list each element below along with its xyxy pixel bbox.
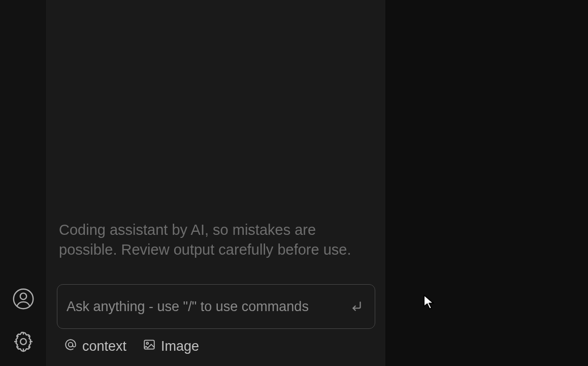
image-button[interactable]: Image (143, 338, 199, 355)
svg-point-5 (146, 342, 148, 344)
chat-panel: Coding assistant by AI, so mistakes are … (47, 0, 386, 366)
context-label: context (82, 339, 126, 354)
image-label: Image (161, 339, 199, 354)
settings-button[interactable] (12, 331, 35, 354)
app-root: Coding assistant by AI, so mistakes are … (0, 0, 588, 366)
account-button[interactable] (12, 289, 35, 311)
svg-point-1 (20, 293, 26, 299)
image-icon (143, 338, 156, 355)
svg-rect-4 (144, 340, 154, 349)
at-icon (64, 338, 77, 355)
sidebar (0, 0, 47, 366)
chat-input-container[interactable] (57, 284, 375, 329)
input-actions: context Image (57, 338, 375, 355)
right-panel (386, 0, 588, 366)
gear-icon (12, 330, 35, 355)
chat-input[interactable] (67, 285, 350, 328)
context-button[interactable]: context (64, 338, 126, 355)
disclaimer-text: Coding assistant by AI, so mistakes are … (57, 220, 375, 260)
svg-point-2 (20, 339, 26, 345)
user-icon (12, 288, 35, 312)
enter-icon (350, 300, 364, 313)
svg-point-3 (69, 343, 73, 347)
